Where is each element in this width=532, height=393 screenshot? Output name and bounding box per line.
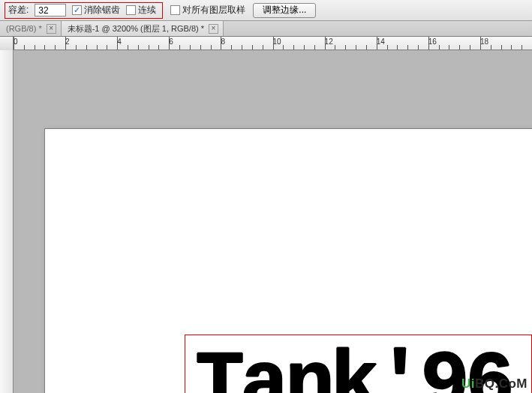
anti-alias-checkbox[interactable]: ✓	[72, 5, 82, 15]
sample-all-layers-checkbox-wrap[interactable]: 对所有图层取样	[170, 4, 245, 16]
ruler-label: 12	[325, 38, 333, 46]
watermark-rest: BQ.CoM	[475, 376, 527, 391]
sample-all-layers-checkbox[interactable]	[170, 5, 180, 15]
ruler-row: 02468101214161820	[0, 37, 532, 50]
ruler-label: 4	[117, 38, 122, 46]
watermark: UiBQ.CoM	[461, 376, 527, 392]
ruler-label: 8	[221, 38, 225, 46]
watermark-green: Ui	[461, 376, 475, 391]
horizontal-ruler[interactable]: 02468101214161820	[14, 37, 532, 50]
vertical-ruler[interactable]	[0, 50, 14, 393]
refine-edge-button[interactable]: 调整边缘...	[253, 3, 316, 18]
tolerance-input[interactable]	[35, 4, 66, 16]
contiguous-checkbox[interactable]	[126, 5, 136, 15]
document-tab-1[interactable]: 未标题-1 @ 3200% (图层 1, RGB/8) * ×	[62, 21, 224, 36]
document-tab-1-title: 未标题-1 @ 3200% (图层 1, RGB/8) *	[68, 23, 204, 34]
ruler-label: 14	[377, 38, 385, 46]
options-bar: 容差: ✓ 消除锯齿 连续 对所有图层取样 调整边缘...	[0, 0, 532, 21]
contiguous-label: 连续	[138, 4, 156, 16]
ruler-corner	[0, 37, 14, 50]
anti-alias-label: 消除锯齿	[84, 4, 120, 16]
document-tab-0-title: (RGB/8) *	[6, 24, 42, 33]
document-tab-0[interactable]: (RGB/8) * ×	[0, 21, 62, 36]
close-icon[interactable]: ×	[47, 24, 56, 34]
ruler-label: 16	[428, 38, 437, 46]
ruler-label: 6	[169, 38, 173, 46]
contiguous-checkbox-wrap[interactable]: 连续	[126, 4, 156, 16]
tolerance-group-highlight: 容差: ✓ 消除锯齿 连续	[5, 2, 163, 19]
tolerance-label: 容差:	[8, 4, 29, 16]
workspace: Tank'96 UiBQ.CoM	[0, 50, 532, 393]
close-icon[interactable]: ×	[209, 24, 218, 34]
ruler-label: 2	[65, 38, 70, 46]
ruler-label: 10	[273, 38, 281, 46]
ruler-label: 0	[14, 38, 18, 46]
anti-alias-checkbox-wrap[interactable]: ✓ 消除锯齿	[72, 4, 120, 16]
sample-all-layers-label: 对所有图层取样	[182, 4, 245, 16]
ruler-label: 18	[480, 38, 488, 46]
document-tabs: (RGB/8) * × 未标题-1 @ 3200% (图层 1, RGB/8) …	[0, 21, 532, 37]
